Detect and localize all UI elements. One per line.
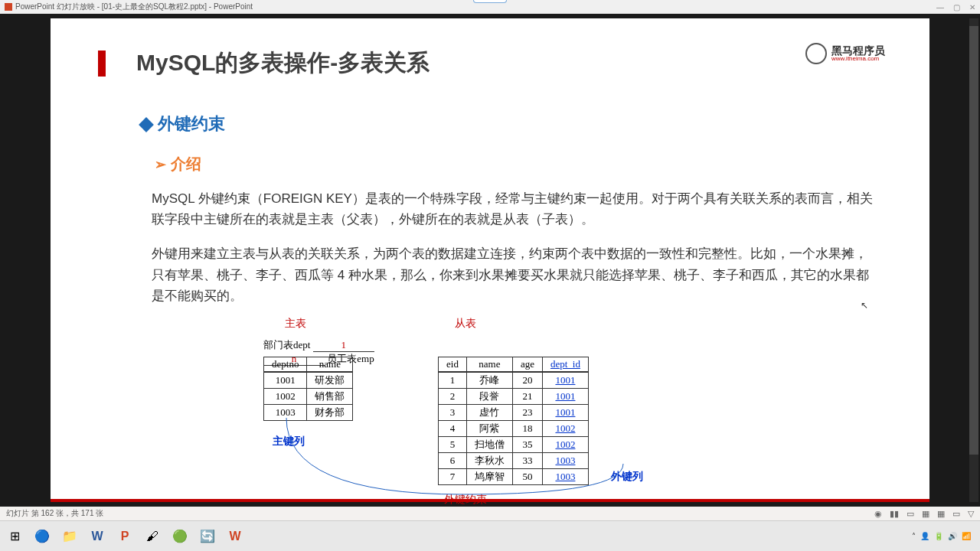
notes-icon[interactable]: ◉ [874, 509, 882, 519]
wps-icon[interactable]: W [224, 525, 247, 548]
slide-title: MySQL的多表操作-多表关系 [136, 47, 885, 79]
table-row: 4阿紫181002 [439, 420, 589, 436]
table-row: 1002销售部 [264, 388, 353, 404]
tray-people-icon[interactable]: 👤 [920, 532, 929, 540]
cardinality-one: 1 [313, 339, 374, 352]
tray-battery-icon[interactable]: 🔋 [934, 532, 943, 540]
system-tray[interactable]: ˄ 👤 🔋 🔊 📶 [912, 532, 977, 540]
start-button[interactable]: ⊞ [3, 525, 26, 548]
app-icon-2[interactable]: 🟢 [168, 525, 191, 548]
view-slideshow-icon[interactable]: ▽ [968, 509, 974, 519]
diamond-icon [139, 117, 154, 132]
slide-footer-line [51, 499, 929, 502]
table-row: 3虚竹231001 [439, 404, 589, 420]
tray-volume-icon[interactable]: 🔊 [948, 532, 957, 540]
tray-network-icon[interactable]: 📶 [962, 532, 971, 540]
table-row: 1乔峰201001 [439, 372, 589, 389]
fk-column-label: 外键列 [611, 470, 643, 484]
tray-up-icon[interactable]: ˄ [912, 532, 916, 540]
vertical-scrollbar[interactable] [969, 18, 978, 502]
emp-table: eidnameagedept_id 1乔峰201001 2段誉211001 3虚… [438, 357, 589, 485]
minimize-icon[interactable]: — [936, 3, 944, 11]
title-accent [98, 51, 106, 77]
table-row: 5扫地僧351002 [439, 436, 589, 452]
slave-table-label: 从表 [455, 317, 476, 331]
app-icon-3[interactable]: 🔄 [196, 525, 219, 548]
maximize-icon[interactable]: ▢ [953, 3, 960, 11]
chrome-icon[interactable]: 🔵 [31, 525, 54, 548]
table-row: 1003财务部 [264, 404, 353, 420]
table-row: 2段誉211001 [439, 388, 589, 404]
slide: MySQL的多表操作-多表关系 黑马程序员 www.itheima.com 外键… [51, 18, 929, 502]
master-table-label: 主表 [285, 317, 306, 331]
powerpoint-icon [5, 3, 12, 11]
table-row: 7鸠摩智501003 [439, 468, 589, 484]
logo-icon [805, 43, 827, 64]
brand-logo: 黑马程序员 www.itheima.com [805, 43, 885, 64]
section-heading-2: ➢介绍 [155, 154, 885, 174]
close-icon[interactable]: ✕ [969, 3, 975, 11]
cursor-icon: ↖ [861, 300, 868, 311]
top-handle[interactable] [473, 0, 507, 3]
view-sorter-icon[interactable]: ▦ [937, 509, 945, 519]
dept-table: deptnoname 1001研发部 1002销售部 1003财务部 [263, 357, 353, 421]
status-bar: 幻灯片 第 162 张，共 171 张 ◉ ▮▮ ▭ ▦ ▦ ▭ ▽ [0, 507, 980, 520]
table-row: 6李秋水331003 [439, 452, 589, 468]
slide-counter: 幻灯片 第 162 张，共 171 张 [6, 508, 103, 519]
arrow-right-icon: ➢ [155, 156, 166, 173]
view-normal-icon[interactable]: ▦ [922, 509, 929, 519]
logo-text-cn: 黑马程序员 [831, 45, 885, 56]
section-heading-1: 外键约束 [141, 112, 885, 135]
word-icon[interactable]: W [86, 525, 109, 548]
paragraph-1: MySQL 外键约束（FOREIGN KEY）是表的一个特殊字段，经常与主键约束… [152, 188, 879, 230]
presentation-area[interactable]: MySQL的多表操作-多表关系 黑马程序员 www.itheima.com 外键… [0, 14, 980, 507]
logo-url: www.itheima.com [831, 56, 885, 62]
title-bar: PowerPoint 幻灯片放映 - [01-史上最全的SQL教程2.pptx]… [0, 0, 980, 14]
pen-icon[interactable]: ▮▮ [890, 509, 899, 519]
dept-table-name: 部门表dept [263, 339, 310, 350]
file-explorer-icon[interactable]: 📁 [58, 525, 81, 548]
view-reading-icon[interactable]: ▭ [952, 509, 960, 519]
scrollbar-thumb[interactable] [969, 26, 978, 455]
window-title: PowerPoint 幻灯片放映 - [01-史上最全的SQL教程2.pptx]… [15, 2, 253, 12]
powerpoint-task-icon[interactable]: P [113, 525, 136, 548]
taskbar[interactable]: ⊞ 🔵 📁 W P 🖌 🟢 🔄 W ˄ 👤 🔋 🔊 📶 [0, 520, 980, 551]
pk-column-label: 主键列 [273, 435, 305, 448]
table-row: 1001研发部 [264, 372, 353, 389]
app-icon-1[interactable]: 🖌 [141, 525, 164, 548]
window-controls: — ▢ ✕ [936, 3, 975, 11]
subtitle-icon[interactable]: ▭ [906, 509, 914, 519]
paragraph-2: 外键用来建立主表与从表的关联关系，为两个表的数据建立连接，约束两个表中数据的一致… [152, 243, 879, 306]
